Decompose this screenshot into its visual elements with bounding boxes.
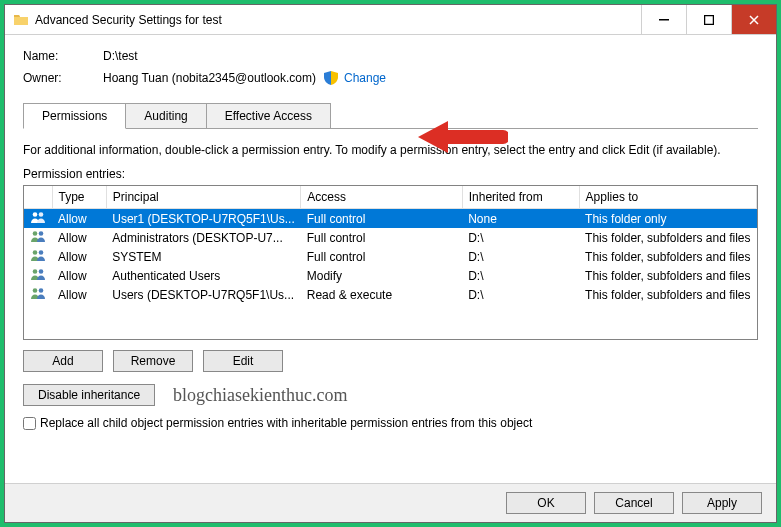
svg-point-4 — [33, 231, 38, 236]
users-icon — [24, 228, 52, 247]
users-icon — [24, 209, 52, 229]
cell-type: Allow — [52, 209, 106, 229]
cell-principal: Administrators (DESKTOP-U7... — [106, 228, 300, 247]
remove-button[interactable]: Remove — [113, 350, 193, 372]
tab-auditing[interactable]: Auditing — [125, 103, 206, 128]
minimize-button[interactable] — [641, 5, 686, 34]
cell-inherited: None — [462, 209, 579, 229]
cell-type: Allow — [52, 266, 106, 285]
cell-type: Allow — [52, 228, 106, 247]
watermark-text: blogchiasekienthuc.com — [173, 385, 347, 406]
cell-principal: Authenticated Users — [106, 266, 300, 285]
col-icon[interactable] — [24, 186, 52, 209]
svg-point-7 — [39, 250, 44, 255]
permission-entries-table[interactable]: Type Principal Access Inherited from App… — [23, 185, 758, 340]
svg-point-3 — [39, 212, 44, 217]
owner-label: Owner: — [23, 71, 103, 85]
tabs: Permissions Auditing Effective Access — [23, 103, 758, 129]
svg-point-11 — [39, 288, 44, 293]
table-row[interactable]: AllowUsers (DESKTOP-U7RQ5F1\Us...Read & … — [24, 285, 757, 304]
table-row[interactable]: AllowAuthenticated UsersModifyD:\This fo… — [24, 266, 757, 285]
replace-checkbox-label: Replace all child object permission entr… — [40, 416, 532, 430]
cell-type: Allow — [52, 285, 106, 304]
cell-applies: This folder only — [579, 209, 756, 229]
svg-rect-0 — [659, 19, 669, 21]
cell-access: Full control — [301, 247, 462, 266]
apply-button[interactable]: Apply — [682, 492, 762, 514]
edit-button[interactable]: Edit — [203, 350, 283, 372]
table-row[interactable]: AllowUser1 (DESKTOP-U7RQ5F1\Us...Full co… — [24, 209, 757, 229]
tab-info-text: For additional information, double-click… — [23, 143, 758, 157]
change-owner-link[interactable]: Change — [344, 71, 386, 85]
table-row[interactable]: AllowSYSTEMFull controlD:\This folder, s… — [24, 247, 757, 266]
svg-rect-1 — [705, 15, 714, 24]
svg-point-5 — [39, 231, 44, 236]
cell-inherited: D:\ — [462, 285, 579, 304]
cell-access: Full control — [301, 209, 462, 229]
replace-checkbox-row[interactable]: Replace all child object permission entr… — [23, 416, 758, 430]
svg-point-2 — [33, 212, 38, 217]
shield-icon — [324, 71, 338, 85]
cell-principal: User1 (DESKTOP-U7RQ5F1\Us... — [106, 209, 300, 229]
close-button[interactable] — [731, 5, 776, 34]
cell-access: Read & execute — [301, 285, 462, 304]
cell-principal: Users (DESKTOP-U7RQ5F1\Us... — [106, 285, 300, 304]
window: Advanced Security Settings for test Name… — [4, 4, 777, 523]
titlebar: Advanced Security Settings for test — [5, 5, 776, 35]
cell-access: Full control — [301, 228, 462, 247]
ok-button[interactable]: OK — [506, 492, 586, 514]
col-applies[interactable]: Applies to — [579, 186, 756, 209]
svg-point-6 — [33, 250, 38, 255]
add-button[interactable]: Add — [23, 350, 103, 372]
owner-value: Hoang Tuan (nobita2345@outlook.com) — [103, 71, 316, 85]
col-type[interactable]: Type — [52, 186, 106, 209]
cell-applies: This folder, subfolders and files — [579, 285, 756, 304]
users-icon — [24, 247, 52, 266]
cancel-button[interactable]: Cancel — [594, 492, 674, 514]
folder-icon — [13, 12, 29, 28]
cell-applies: This folder, subfolders and files — [579, 247, 756, 266]
svg-point-10 — [33, 288, 38, 293]
cell-inherited: D:\ — [462, 228, 579, 247]
content-area: Name: D:\test Owner: Hoang Tuan (nobita2… — [5, 35, 776, 483]
name-label: Name: — [23, 49, 103, 63]
cell-type: Allow — [52, 247, 106, 266]
disable-inheritance-button[interactable]: Disable inheritance — [23, 384, 155, 406]
cell-inherited: D:\ — [462, 247, 579, 266]
col-inherited[interactable]: Inherited from — [462, 186, 579, 209]
window-title: Advanced Security Settings for test — [35, 13, 641, 27]
users-icon — [24, 285, 52, 304]
entries-label: Permission entries: — [23, 167, 758, 181]
col-access[interactable]: Access — [301, 186, 462, 209]
cell-inherited: D:\ — [462, 266, 579, 285]
table-row[interactable]: AllowAdministrators (DESKTOP-U7...Full c… — [24, 228, 757, 247]
replace-checkbox[interactable] — [23, 417, 36, 430]
maximize-button[interactable] — [686, 5, 731, 34]
name-value: D:\test — [103, 49, 138, 63]
users-icon — [24, 266, 52, 285]
dialog-buttons: OK Cancel Apply — [5, 483, 776, 522]
tab-permissions[interactable]: Permissions — [23, 103, 126, 129]
cell-principal: SYSTEM — [106, 247, 300, 266]
col-principal[interactable]: Principal — [106, 186, 300, 209]
tab-effective-access[interactable]: Effective Access — [206, 103, 331, 128]
cell-applies: This folder, subfolders and files — [579, 266, 756, 285]
cell-applies: This folder, subfolders and files — [579, 228, 756, 247]
window-controls — [641, 5, 776, 34]
svg-point-8 — [33, 269, 38, 274]
cell-access: Modify — [301, 266, 462, 285]
svg-point-9 — [39, 269, 44, 274]
